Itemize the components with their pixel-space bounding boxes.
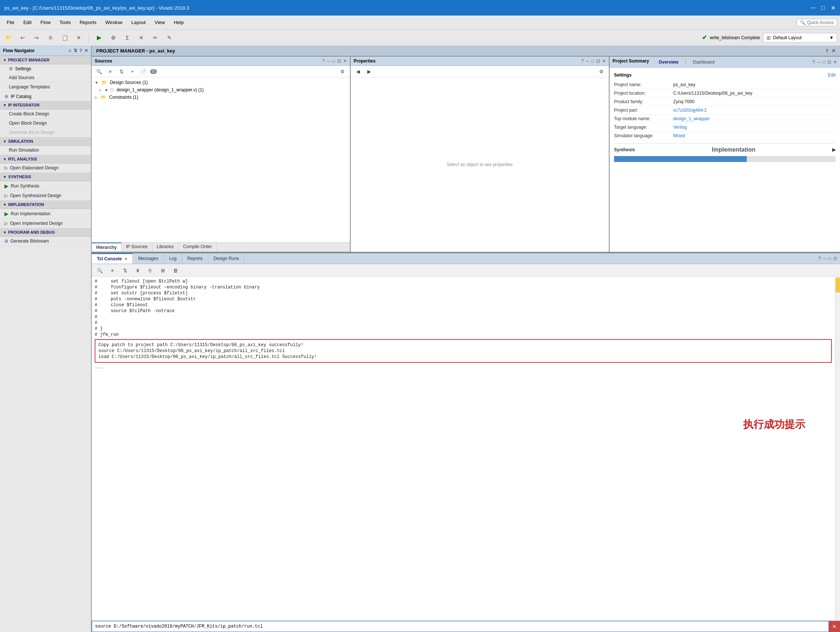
nav-item-open-implemented[interactable]: ▷ Open Implemented Design	[0, 219, 91, 228]
nav-item-run-synthesis[interactable]: ▶ Run Synthesis	[0, 181, 91, 191]
console-tab-messages[interactable]: Messages	[133, 254, 164, 263]
rtl-analysis-section-header[interactable]: ▼ RTL ANALYSIS	[0, 155, 91, 164]
props-settings-button[interactable]: ⚙	[597, 67, 606, 76]
console-float-icon[interactable]: ⊡	[833, 256, 837, 261]
nav-icon-4[interactable]: ✕	[84, 48, 88, 53]
sources-file-button[interactable]: 📄	[139, 67, 148, 76]
tab-libraries[interactable]: Libraries	[152, 243, 178, 251]
sources-max-icon[interactable]: □	[333, 58, 335, 64]
menu-layout[interactable]: Layout	[128, 18, 150, 27]
tab-overview[interactable]: Overview	[655, 58, 682, 66]
layout-selector[interactable]: ⊞ Default Layout ▼	[763, 33, 837, 43]
project-part-value[interactable]: xc7z020clg484-2	[673, 108, 835, 113]
menu-help[interactable]: Help	[170, 18, 188, 27]
tool1-button[interactable]: ✕	[136, 33, 147, 43]
ip-integrator-section-header[interactable]: ▼ IP INTEGRATOR	[0, 101, 91, 109]
props-forward-button[interactable]: ▶	[365, 67, 374, 76]
close-button[interactable]: ✕	[831, 5, 835, 11]
menu-file[interactable]: File	[3, 18, 18, 27]
redo-button[interactable]: ↪	[31, 33, 42, 43]
sum-button[interactable]: Σ	[122, 33, 133, 43]
nav-item-generate-block-design[interactable]: Generate Block Design	[0, 128, 91, 137]
console-max-icon[interactable]: □	[829, 256, 831, 261]
con-delete-button[interactable]: 🗑	[170, 266, 180, 275]
pm-help-icon[interactable]: ?	[826, 48, 829, 54]
edit-link[interactable]: Edit	[828, 72, 835, 78]
sources-search-button[interactable]: 🔍	[95, 67, 104, 76]
minimize-button[interactable]: ─	[811, 5, 815, 11]
nav-item-generate-bitstream[interactable]: ⊞ Generate Bitstream	[0, 237, 91, 246]
con-filter-button[interactable]: ≡	[107, 266, 118, 275]
summary-float-icon[interactable]: ⊡	[827, 60, 831, 65]
con-pause-button[interactable]: ⏸	[133, 266, 143, 275]
implementation-section-header[interactable]: ▼ IMPLEMENTATION	[0, 200, 91, 209]
console-tab-reports[interactable]: Reports	[182, 254, 208, 263]
tab-compile-order[interactable]: Compile Order	[178, 243, 217, 251]
con-sort-button[interactable]: ⇅	[120, 266, 130, 275]
nav-item-run-implementation[interactable]: ▶ Run Implementation	[0, 209, 91, 219]
synthesis-section-header[interactable]: ▼ SYNTHESIS	[0, 173, 91, 181]
quick-access-bar[interactable]: 🔍 Quick Access	[797, 19, 837, 26]
copy-button[interactable]: ⎘	[45, 33, 56, 43]
console-tab-tcl[interactable]: Tcl Console ✕	[92, 253, 133, 264]
nav-item-run-simulation[interactable]: Run Simulation	[0, 146, 91, 155]
summary-min-icon[interactable]: ─	[817, 60, 820, 65]
nav-item-settings[interactable]: ⚙ Settings	[0, 65, 91, 73]
console-min-icon[interactable]: ─	[823, 256, 826, 261]
props-back-button[interactable]: ◀	[354, 67, 363, 76]
sources-settings-button[interactable]: ⚙	[338, 67, 347, 76]
console-input-close-button[interactable]: ✕	[829, 621, 840, 632]
tab-hierarchy[interactable]: Hierarchy	[92, 243, 121, 251]
nav-item-create-block-design[interactable]: Create Block Design	[0, 109, 91, 119]
maximize-button[interactable]: □	[821, 5, 825, 11]
props-help-icon[interactable]: ?	[581, 58, 584, 64]
menu-flow[interactable]: Flow	[36, 18, 54, 27]
nav-item-open-elaborated[interactable]: ▷ Open Elaborated Design	[0, 164, 91, 173]
props-min-icon[interactable]: ─	[586, 58, 589, 64]
menu-tools[interactable]: Tools	[56, 18, 74, 27]
tcl-tab-close-icon[interactable]: ✕	[124, 257, 127, 261]
console-input[interactable]	[92, 621, 829, 632]
nav-icon-1[interactable]: ≡	[69, 48, 71, 53]
console-scrollbar[interactable]	[835, 277, 840, 621]
simulator-language-value[interactable]: Mixed	[673, 133, 835, 138]
scroll-thumb[interactable]	[835, 278, 840, 293]
settings-button[interactable]: ⚙	[107, 33, 119, 43]
sources-sort-button[interactable]: ⇅	[117, 67, 126, 76]
undo-button[interactable]: ↩	[17, 33, 28, 43]
paste-button[interactable]: 📋	[59, 33, 70, 43]
right-arrow-icon[interactable]: ▶	[832, 147, 835, 152]
sources-help-icon[interactable]: ?	[322, 58, 325, 64]
props-float-icon[interactable]: ⊡	[596, 58, 600, 64]
summary-max-icon[interactable]: □	[823, 60, 825, 65]
con-search-button[interactable]: 🔍	[95, 266, 105, 275]
tool2-button[interactable]: ✏	[150, 33, 161, 43]
nav-icon-2[interactable]: ⇅	[74, 48, 77, 53]
props-max-icon[interactable]: □	[591, 58, 594, 64]
props-close-icon[interactable]: ✕	[602, 58, 606, 64]
menu-edit[interactable]: Edit	[20, 18, 35, 27]
summary-help-icon[interactable]: ?	[813, 60, 815, 65]
nav-item-language-templates[interactable]: Language Templates	[0, 82, 91, 92]
top-module-value[interactable]: design_1_wrapper	[673, 116, 835, 121]
open-button[interactable]: 📁	[3, 33, 14, 43]
target-language-value[interactable]: Verilog	[673, 125, 835, 130]
nav-item-open-synthesized[interactable]: ▷ Open Synthesized Design	[0, 191, 91, 200]
nav-item-ip-catalog[interactable]: ⊕ IP Catalog	[0, 92, 91, 101]
console-tab-design-runs[interactable]: Design Runs	[208, 254, 245, 263]
run-button[interactable]: ▶	[93, 33, 105, 43]
project-manager-section-header[interactable]: ▼ PROJECT MANAGER	[0, 56, 91, 65]
sources-close-icon[interactable]: ✕	[343, 58, 347, 64]
sources-add-button[interactable]: +	[128, 67, 137, 76]
tool3-button[interactable]: ✎	[164, 33, 175, 43]
simulation-section-header[interactable]: ▼ SIMULATION	[0, 137, 91, 146]
menu-window[interactable]: Window	[102, 18, 126, 27]
program-debug-section-header[interactable]: ▼ PROGRAM AND DEBUG	[0, 228, 91, 237]
summary-close-icon[interactable]: ✕	[833, 60, 837, 65]
con-expand-button[interactable]: ⊞	[158, 266, 168, 275]
tree-design-sources[interactable]: ▼ 📁 Design Sources (1)	[92, 79, 350, 86]
console-tab-log[interactable]: Log	[164, 254, 182, 263]
console-help-icon[interactable]: ?	[819, 256, 821, 261]
sources-float-icon[interactable]: ⊡	[337, 58, 341, 64]
menu-reports[interactable]: Reports	[76, 18, 100, 27]
